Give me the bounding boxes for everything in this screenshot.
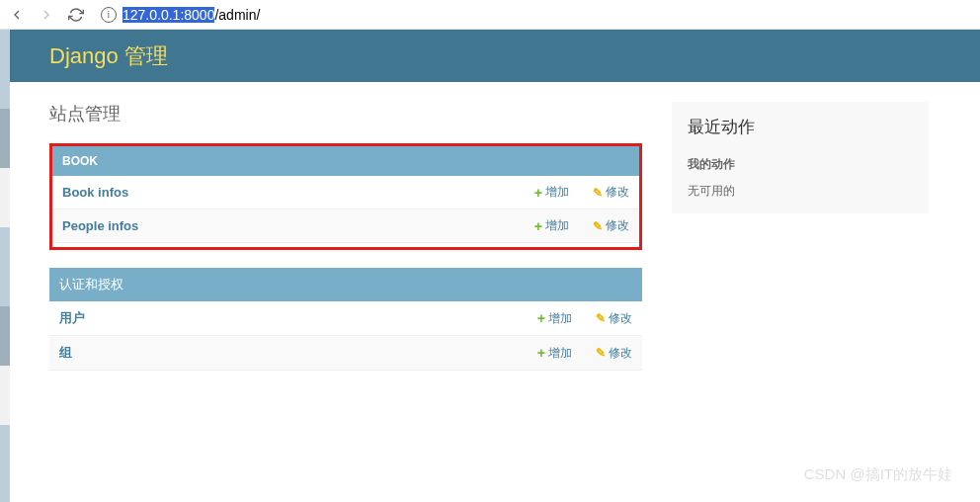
recent-actions-module: 最近动作 我的动作 无可用的: [672, 102, 929, 213]
window-edge: [0, 30, 10, 408]
pencil-icon: ✎: [593, 219, 603, 233]
plus-icon: +: [534, 185, 542, 201]
url-text: 127.0.0.1:8000/admin/: [122, 7, 260, 23]
page-title: 站点管理: [49, 102, 642, 126]
add-link[interactable]: +增加: [537, 310, 572, 327]
pencil-icon: ✎: [593, 186, 603, 200]
pencil-icon: ✎: [596, 311, 606, 325]
app-header: Django 管理: [10, 30, 980, 82]
plus-icon: +: [537, 345, 545, 361]
model-link-groups[interactable]: 组: [59, 344, 514, 362]
address-bar[interactable]: i 127.0.0.1:8000/admin/: [97, 7, 972, 23]
add-link[interactable]: +增加: [537, 345, 572, 362]
add-link[interactable]: +增加: [534, 184, 569, 201]
my-actions-heading: 我的动作: [688, 156, 913, 173]
plus-icon: +: [534, 218, 542, 234]
forward-button[interactable]: [38, 6, 55, 24]
info-icon[interactable]: i: [101, 7, 117, 23]
plus-icon: +: [537, 310, 545, 326]
model-row: 组 +增加 ✎修改: [49, 336, 642, 371]
main-column: 站点管理 BOOK Book infos +增加 ✎修改 People info…: [49, 102, 642, 388]
model-row: 用户 +增加 ✎修改: [49, 301, 642, 336]
reload-button[interactable]: [67, 6, 85, 24]
model-link-people-infos[interactable]: People infos: [62, 218, 511, 233]
site-title[interactable]: Django 管理: [49, 42, 168, 71]
change-link[interactable]: ✎修改: [596, 345, 632, 362]
back-button[interactable]: [8, 6, 26, 24]
recent-actions-title: 最近动作: [688, 116, 913, 138]
module-header[interactable]: BOOK: [52, 146, 639, 176]
model-link-users[interactable]: 用户: [59, 309, 514, 327]
module-header[interactable]: 认证和授权: [49, 268, 642, 301]
browser-toolbar: i 127.0.0.1:8000/admin/: [0, 0, 980, 30]
model-link-book-infos[interactable]: Book infos: [62, 185, 511, 200]
module-auth: 认证和授权 用户 +增加 ✎修改 组 +增加 ✎修改: [49, 268, 642, 371]
model-row: Book infos +增加 ✎修改: [52, 176, 639, 209]
none-available-text: 无可用的: [688, 183, 913, 200]
pencil-icon: ✎: [596, 346, 606, 360]
module-book: BOOK Book infos +增加 ✎修改 People infos +增加…: [49, 143, 642, 250]
model-row: People infos +增加 ✎修改: [52, 209, 639, 243]
change-link[interactable]: ✎修改: [593, 217, 629, 234]
add-link[interactable]: +增加: [534, 217, 569, 234]
change-link[interactable]: ✎修改: [596, 310, 632, 327]
change-link[interactable]: ✎修改: [593, 184, 629, 201]
sidebar-column: 最近动作 我的动作 无可用的: [672, 102, 929, 213]
